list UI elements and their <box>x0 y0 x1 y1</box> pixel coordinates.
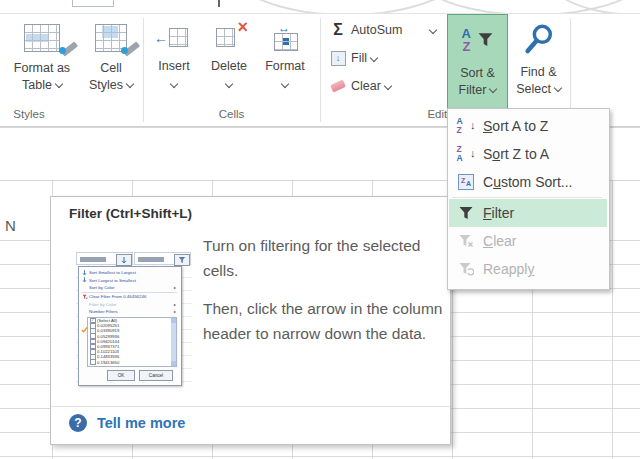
screentip-paragraph: Turn on filtering for the selected cells… <box>203 233 449 283</box>
dropdown-chevron-icon <box>554 84 562 92</box>
screentip-divider <box>51 406 450 407</box>
preview-cancel-button: Cancel <box>139 370 173 381</box>
letter: A <box>457 154 463 162</box>
label-line: Format as <box>14 61 70 75</box>
menu-item-label: Custom Sort... <box>483 174 573 190</box>
label-line: Sort & <box>460 66 495 80</box>
label-line: Cell <box>100 61 122 75</box>
group-label-styles: Styles <box>0 108 58 124</box>
excel-window: { "icons": { "sigma": "Σ", "question": "… <box>0 0 640 459</box>
letter: Z <box>457 145 462 153</box>
funnel-x-icon <box>449 233 483 249</box>
format-cells-icon: ↔ <box>257 16 313 58</box>
dropdown-chevron-icon <box>281 80 289 88</box>
filter-preview-image: Sort Smallest to Largest Sort Largest to… <box>76 252 192 386</box>
sort-filter-icon: A Z <box>448 15 507 65</box>
button-label: Clear <box>351 79 381 93</box>
insert-cells-icon: ← <box>148 16 200 58</box>
preview-ok-button: OK <box>107 370 135 381</box>
format-as-table-button[interactable]: Format as Table <box>4 16 80 108</box>
button-label: Format as Table <box>14 60 70 94</box>
group-separator <box>143 18 144 122</box>
screentip-body: Turn on filtering for the selected cells… <box>203 233 449 359</box>
column-header-n: N <box>5 217 16 234</box>
preview-text: Sort Smallest to Largest <box>89 270 136 275</box>
menu-item-label: Clear <box>483 233 516 249</box>
preview-text: Sort by Color <box>89 285 115 290</box>
button-label: Delete <box>211 58 247 75</box>
eraser-icon <box>328 82 348 90</box>
menu-separator <box>452 197 602 198</box>
arrow: ↓ <box>470 147 476 159</box>
sort-dropdown-button-icon <box>116 254 132 266</box>
preview-value-list: ✓(Select All) 0.02095251 0.03390919 0.05… <box>87 317 177 367</box>
label-line: Styles <box>89 78 123 92</box>
group-separator <box>320 18 321 122</box>
filter-screentip: Filter (Ctrl+Shift+L) Sort Smallest to L… <box>50 196 451 445</box>
button-label: Insert <box>158 58 189 75</box>
dropdown-chevron-icon <box>170 80 178 88</box>
dropdown-chevron-icon <box>55 80 63 88</box>
cell-styles-button[interactable]: Cell Styles <box>82 16 140 108</box>
cropped-icon-fragment <box>72 0 114 7</box>
label-line: Filter <box>459 83 487 97</box>
button-label: Find & Select <box>516 64 561 98</box>
sort-za-down-icon: ZA↓ <box>449 145 483 163</box>
button-label: Cell Styles <box>89 60 133 94</box>
dropdown-chevron-icon <box>126 80 134 88</box>
dropdown-chevron-icon <box>489 85 497 93</box>
fill-arrow-icon: ↓ <box>336 54 341 63</box>
screentip-paragraph: Then, click the arrow in the column head… <box>203 296 449 346</box>
letter: Z <box>457 126 462 134</box>
question-glyph: ? <box>74 416 81 430</box>
menu-item-reapply: Reapply <box>449 255 607 283</box>
find-and-select-button[interactable]: Find & Select <box>507 14 570 107</box>
preview-cell <box>134 252 191 265</box>
filter-dropdown-button-icon <box>174 254 190 266</box>
menu-item-sort-a-to-z[interactable]: AZ↓ Sort A to Z <box>449 112 607 140</box>
tell-me-more-link[interactable]: Tell me more <box>97 415 185 431</box>
dropdown-chevron-icon <box>384 82 392 90</box>
help-icon: ? <box>69 414 87 432</box>
preview-text: Clear Filter From 0.46456246 <box>89 294 146 299</box>
label-line: Table <box>22 78 52 92</box>
fill-button[interactable]: ↓ Fill <box>328 45 442 71</box>
sort-and-filter-button[interactable]: A Z Sort & Filter <box>447 14 508 109</box>
delete-button[interactable]: × Delete <box>202 16 256 108</box>
autosum-button[interactable]: Σ AutoSum <box>328 17 442 43</box>
menu-item-label: Sort Z to A <box>483 146 549 162</box>
funnel-refresh-icon <box>449 261 483 277</box>
insert-button[interactable]: ← Insert <box>148 16 200 108</box>
delete-x-icon: × <box>237 18 248 36</box>
submenu-arrow-icon: ▸ <box>174 285 176 290</box>
custom-sort-icon: ZA <box>449 174 483 190</box>
menu-item-label: Reapply <box>483 261 534 277</box>
letter: A <box>457 117 463 125</box>
funnel-icon <box>477 31 494 48</box>
insert-arrow-icon: ← <box>154 30 168 46</box>
preview-cell <box>76 252 133 265</box>
dropdown-chevron-icon <box>225 80 233 88</box>
preview-text: Filter by Color <box>89 302 116 307</box>
menu-item-clear: Clear <box>449 227 607 255</box>
button-label: Format <box>265 58 305 75</box>
cell-styles-icon <box>82 16 140 60</box>
magnifier-icon <box>507 14 570 64</box>
button-label: AutoSum <box>351 23 402 37</box>
preview-text: 0.19413650 <box>97 360 119 365</box>
preview-filter-menu: Sort Smallest to Largest Sort Largest to… <box>78 266 182 386</box>
menu-item-sort-z-to-a[interactable]: ZA↓ Sort Z to A <box>449 140 607 168</box>
cropped-icon-fragment <box>218 0 220 7</box>
button-label: Sort & Filter <box>459 65 497 99</box>
menu-item-custom-sort[interactable]: ZA Custom Sort... <box>449 168 607 196</box>
letter-a-icon: A <box>462 27 471 40</box>
menu-item-filter[interactable]: Filter <box>449 199 607 227</box>
format-as-table-icon <box>4 16 80 60</box>
clear-button[interactable]: Clear <box>328 73 442 99</box>
sigma-icon: Σ <box>328 21 348 39</box>
preview-scrollbar <box>171 318 176 366</box>
preview-text: Sort Largest to Smallest <box>89 278 136 283</box>
format-button[interactable]: ↔ Format <box>257 16 313 108</box>
sort-filter-menu: AZ↓ Sort A to Z ZA↓ Sort Z to A ZA Custo… <box>447 108 610 290</box>
screentip-title: Filter (Ctrl+Shift+L) <box>69 206 192 221</box>
